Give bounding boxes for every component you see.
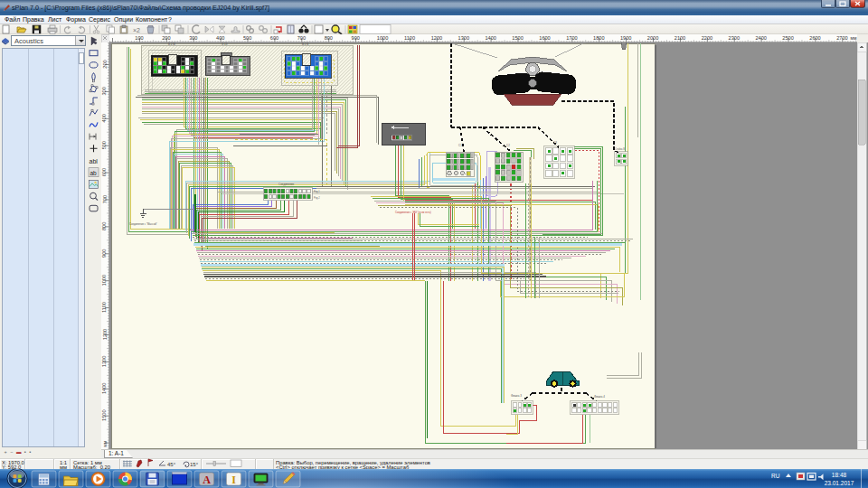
- svg-text:1100: 1100: [404, 35, 415, 41]
- svg-text:1500: 1500: [102, 409, 108, 420]
- svg-text:2200: 2200: [702, 35, 712, 41]
- svg-text:1000: 1000: [377, 35, 388, 41]
- svg-text:2400: 2400: [755, 35, 766, 41]
- svg-text:B 2 B: B 2 B: [302, 42, 308, 46]
- svg-text:2700: 2700: [836, 35, 847, 41]
- svg-text:2500: 2500: [782, 35, 793, 41]
- svg-text:Соединение: Соединение: [278, 183, 295, 186]
- svg-text:300: 300: [102, 87, 108, 95]
- svg-text:1800: 1800: [593, 35, 604, 41]
- svg-text:400: 400: [102, 114, 108, 122]
- svg-text:200: 200: [102, 60, 108, 68]
- svg-text:600: 600: [270, 35, 278, 41]
- svg-text:1100: 1100: [102, 302, 108, 313]
- svg-text:23.01.2017: 23.01.2017: [825, 480, 854, 486]
- svg-text:1600: 1600: [539, 35, 550, 41]
- svg-text:2300: 2300: [729, 35, 740, 41]
- svg-text:1900: 1900: [620, 35, 631, 41]
- svg-text:900: 900: [102, 249, 108, 258]
- svg-text:1200: 1200: [431, 35, 442, 41]
- svg-text:Ряд 1: Ряд 1: [314, 190, 320, 193]
- svg-text:1700: 1700: [566, 35, 577, 41]
- svg-text:Соединение с ЭБУ (если есть): Соединение с ЭБУ (если есть): [395, 211, 431, 214]
- svg-text:600: 600: [102, 168, 108, 176]
- svg-text:×2: ×2: [133, 27, 140, 33]
- svg-text:RU: RU: [771, 473, 780, 479]
- svg-text:800: 800: [325, 35, 333, 41]
- svg-text:15°: 15°: [190, 462, 199, 467]
- svg-text:мм: мм: [851, 35, 857, 41]
- svg-text:Ф 19: Ф 19: [222, 42, 228, 46]
- svg-text:A: A: [203, 474, 211, 486]
- svg-text:abl: abl: [90, 158, 99, 164]
- svg-text:Ряд 2: Ряд 2: [314, 196, 320, 200]
- svg-text:200: 200: [162, 35, 170, 41]
- svg-text:18:48: 18:48: [832, 472, 847, 478]
- svg-text:1300: 1300: [458, 35, 469, 41]
- svg-text:1300: 1300: [102, 356, 108, 367]
- svg-text:2000: 2000: [647, 35, 658, 41]
- svg-text:300: 300: [189, 35, 197, 41]
- svg-text:ab: ab: [90, 170, 98, 176]
- svg-text:Фишка 4: Фишка 4: [594, 395, 605, 399]
- svg-text:C2: C2: [506, 144, 510, 147]
- svg-text:700: 700: [297, 35, 306, 41]
- svg-text:400: 400: [216, 35, 224, 41]
- svg-text:Соединение с "Массой": Соединение с "Массой": [129, 222, 157, 226]
- svg-text:1400: 1400: [485, 35, 495, 41]
- svg-text:Фишка 3: Фишка 3: [511, 394, 522, 398]
- svg-text:2100: 2100: [675, 35, 685, 41]
- svg-text:C1: C1: [458, 144, 462, 147]
- svg-text:1200: 1200: [102, 329, 108, 340]
- svg-text:800: 800: [102, 222, 108, 230]
- svg-text:I: I: [231, 474, 236, 486]
- svg-text:100: 100: [135, 35, 143, 41]
- svg-text:1500: 1500: [512, 35, 523, 41]
- svg-text:2600: 2600: [809, 35, 820, 41]
- svg-text:Стойка B: Стойка B: [615, 147, 625, 151]
- svg-text:мм: мм: [102, 440, 108, 446]
- svg-text:500: 500: [102, 141, 108, 149]
- svg-text:B 2 M: B 2 M: [168, 42, 175, 46]
- svg-text:45°: 45°: [167, 462, 176, 467]
- svg-text:700: 700: [102, 195, 108, 203]
- svg-text:900: 900: [352, 35, 360, 41]
- svg-text:500: 500: [243, 35, 251, 41]
- svg-text:1400: 1400: [102, 383, 108, 394]
- svg-text:1000: 1000: [102, 275, 108, 286]
